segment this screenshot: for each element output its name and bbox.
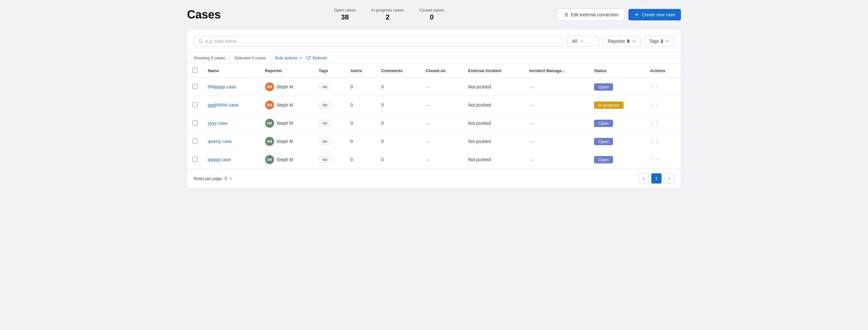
tags-cell: rac bbox=[314, 114, 345, 133]
reporter-avatar-3: SM bbox=[265, 137, 274, 146]
reporter-name-1: Steph M bbox=[277, 103, 293, 108]
chevron-down-icon bbox=[665, 39, 670, 44]
alerts-cell: 0 bbox=[345, 114, 376, 133]
bulk-actions-button[interactable]: Bulk actions bbox=[275, 56, 303, 60]
toolbar-divider-2 bbox=[270, 55, 271, 60]
table-body: hhhpppp case SM Steph M rac 0 0 — Not pu… bbox=[187, 78, 681, 169]
row-checkbox-0[interactable] bbox=[192, 84, 197, 89]
incident-manage-cell: — bbox=[524, 133, 589, 150]
row-actions-button-0[interactable]: ⋮⋮ bbox=[650, 84, 660, 89]
chevron-down-icon bbox=[299, 56, 303, 60]
status-badge-2: Open bbox=[594, 120, 613, 127]
selected-cases-text: Selected 0 cases bbox=[234, 56, 266, 60]
case-name-link-4[interactable]: qqqqq case bbox=[208, 157, 231, 162]
table-row: qwerty case SM Steph M rac 0 0 — Not pus… bbox=[187, 133, 681, 150]
search-input[interactable] bbox=[206, 38, 559, 44]
row-checkbox-3[interactable] bbox=[192, 138, 197, 144]
cases-table: Name Reporter Tags Alerts Comments Close… bbox=[187, 64, 681, 168]
chevron-down-icon bbox=[580, 39, 584, 44]
table-row: hhhpppp case SM Steph M rac 0 0 — Not pu… bbox=[187, 78, 681, 96]
status-filter-value: All bbox=[572, 38, 577, 44]
tags-filter-label: Tags bbox=[649, 38, 659, 44]
reporter-cell: SM Steph M bbox=[260, 114, 314, 133]
refresh-button[interactable]: Refresh bbox=[306, 56, 327, 60]
comments-cell: 0 bbox=[376, 133, 420, 150]
search-wrapper[interactable] bbox=[194, 36, 563, 47]
status-column-header: Status bbox=[589, 64, 645, 78]
incident-manage-cell: — bbox=[524, 114, 589, 133]
reporter-filter-label: Reporter bbox=[608, 38, 625, 44]
svg-line-3 bbox=[202, 42, 203, 44]
reporter-cell: SM Steph M bbox=[260, 133, 314, 150]
incident-manage-cell: — bbox=[524, 78, 589, 96]
edit-external-connection-button[interactable]: Edit external connection bbox=[557, 9, 625, 21]
comments-column-header: Comments bbox=[376, 64, 420, 78]
pagination-prev-button[interactable]: ‹ bbox=[639, 173, 649, 184]
open-cases-stat: Open cases 38 bbox=[334, 8, 356, 21]
connection-icon bbox=[563, 12, 568, 17]
incident-manage-cell: — bbox=[524, 150, 589, 169]
tags-filter-count: 2 bbox=[660, 38, 663, 44]
pagination-next-button[interactable]: › bbox=[664, 173, 674, 184]
case-name-link-3[interactable]: qwerty case bbox=[208, 139, 232, 144]
case-name-link-2[interactable]: yyyy case bbox=[208, 121, 227, 126]
tags-filter-dropdown[interactable]: Tags 2 bbox=[645, 36, 674, 47]
reporter-name-2: Steph M bbox=[277, 121, 293, 126]
closed-cases-label: Closed cases bbox=[419, 8, 444, 12]
row-actions-button-1[interactable]: ⋮⋮ bbox=[650, 103, 660, 108]
main-card: All Reporter 8 Tags 2 bbox=[187, 29, 681, 188]
external-incident-cell: Not pushed bbox=[463, 133, 524, 150]
toolbar-divider bbox=[229, 55, 230, 60]
row-checkbox-cell bbox=[187, 78, 203, 96]
case-name-cell: qwerty case bbox=[203, 133, 260, 150]
stats-area: Open cases 38 In progress cases 2 Closed… bbox=[334, 8, 444, 21]
row-actions-button-2[interactable]: ⋮⋮ bbox=[650, 121, 660, 126]
row-checkbox-1[interactable] bbox=[192, 102, 197, 107]
row-checkbox-cell bbox=[187, 150, 203, 169]
rows-per-page-selector[interactable]: Rows per page: 5 bbox=[194, 176, 233, 181]
external-incident-cell: Not pushed bbox=[463, 78, 524, 96]
alerts-cell: 0 bbox=[345, 133, 376, 150]
row-checkbox-cell bbox=[187, 96, 203, 114]
page-header: Cases Open cases 38 In progress cases 2 … bbox=[187, 8, 681, 21]
toolbar-row: Showing 5 cases Selected 0 cases Bulk ac… bbox=[187, 52, 681, 64]
pagination-page-1-button[interactable]: 1 bbox=[651, 173, 661, 184]
rows-per-page-value: 5 bbox=[225, 176, 227, 181]
status-filter-dropdown[interactable]: All bbox=[567, 36, 599, 47]
alerts-cell: 0 bbox=[345, 78, 376, 96]
status-cell: Open bbox=[589, 133, 645, 150]
alerts-cell: 0 bbox=[345, 150, 376, 169]
status-cell: Open bbox=[589, 78, 645, 96]
create-new-case-button[interactable]: Create new case bbox=[628, 9, 681, 21]
svg-point-2 bbox=[199, 39, 202, 43]
case-name-link-0[interactable]: hhhpppp case bbox=[208, 84, 236, 89]
row-checkbox-4[interactable] bbox=[192, 157, 197, 162]
row-actions-button-4[interactable]: ⋮⋮ bbox=[650, 157, 660, 162]
row-checkbox-2[interactable] bbox=[192, 120, 197, 126]
table-row: yyyy case SM Steph M rac 0 0 — Not pushe… bbox=[187, 114, 681, 133]
edit-connection-label: Edit external connection bbox=[571, 12, 619, 17]
refresh-icon bbox=[306, 56, 311, 60]
reporter-cell: SM Steph M bbox=[260, 96, 314, 114]
status-cell: Open bbox=[589, 150, 645, 169]
comments-cell: 0 bbox=[376, 78, 420, 96]
table-header: Name Reporter Tags Alerts Comments Close… bbox=[187, 64, 681, 78]
case-name-cell: ggghhhhh case bbox=[203, 96, 260, 114]
tag-badge-3: rac bbox=[319, 138, 331, 144]
case-name-link-1[interactable]: ggghhhhh case bbox=[208, 103, 238, 108]
reporter-avatar-1: SM bbox=[265, 101, 274, 109]
reporter-filter-dropdown[interactable]: Reporter 8 bbox=[603, 36, 641, 47]
tag-badge-1: rac bbox=[319, 102, 331, 108]
comments-cell: 0 bbox=[376, 150, 420, 169]
row-actions-button-3[interactable]: ⋮⋮ bbox=[650, 139, 660, 144]
tags-cell: rac bbox=[314, 96, 345, 114]
actions-cell: ⋮⋮ bbox=[645, 96, 681, 114]
pagination: ‹ 1 › bbox=[639, 173, 674, 184]
closed-on-cell: — bbox=[421, 114, 463, 133]
select-all-checkbox[interactable] bbox=[192, 68, 197, 73]
status-badge-0: Open bbox=[594, 83, 613, 91]
actions-cell: ⋮⋮ bbox=[645, 150, 681, 169]
table-footer: Rows per page: 5 ‹ 1 › bbox=[187, 168, 681, 188]
filter-row: All Reporter 8 Tags 2 bbox=[187, 29, 681, 52]
reporter-avatar-4: SM bbox=[265, 155, 274, 164]
